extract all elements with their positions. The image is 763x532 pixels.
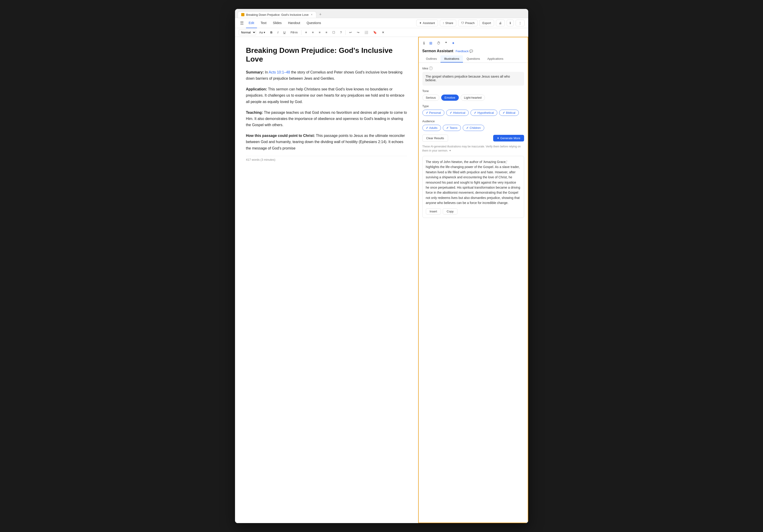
underline-btn[interactable]: U — [281, 30, 287, 35]
type-biblical[interactable]: ✓ Biblical — [499, 110, 519, 116]
assistant-title: Sermon Assistant — [422, 49, 453, 53]
clear-results-btn[interactable]: Clear Results — [422, 134, 448, 142]
tone-row: Serious Emotive Light-hearted — [422, 95, 524, 101]
tone-emotive[interactable]: Emotive — [441, 95, 459, 101]
share-icon: ↑ — [443, 21, 444, 25]
nav-text[interactable]: Text — [258, 18, 270, 28]
panel-grid-btn[interactable]: ⊞ — [428, 40, 433, 46]
table-btn[interactable]: ☐ — [331, 30, 337, 35]
ordered-list-btn[interactable]: ≡ — [310, 30, 316, 35]
doc-section-teaching: Teaching: The passage teaches us that Go… — [246, 109, 407, 128]
crop-btn[interactable]: ⬜ — [363, 30, 370, 35]
type-personal[interactable]: ✓ Personal — [422, 110, 444, 116]
clear-format-btn[interactable]: ✕ — [380, 30, 386, 35]
tone-serious[interactable]: Serious — [422, 95, 439, 101]
check-historical: ✓ — [450, 111, 452, 115]
tone-label: Tone — [422, 89, 524, 93]
new-tab-btn[interactable]: + — [317, 11, 323, 18]
document-area[interactable]: Breaking Down Prejudice: God's Inclusive… — [235, 37, 418, 523]
panel-quote-btn[interactable]: ❝ — [444, 40, 448, 46]
browser-chrome: Breaking Down Prejudice: God's Inclusive… — [235, 9, 528, 18]
panel-sparkle-btn[interactable]: ✦ — [451, 40, 456, 46]
info-icon: ℹ — [510, 21, 511, 25]
more-btn[interactable]: ⋮ — [516, 20, 524, 26]
indent-increase-btn[interactable]: ≡ — [324, 30, 329, 35]
feedback-label: Feedback — [456, 49, 469, 53]
italic-btn[interactable]: I — [275, 30, 280, 35]
generate-more-btn[interactable]: ✦ Generate More — [493, 135, 524, 141]
preach-icon: 🛡 — [461, 21, 464, 25]
type-historical[interactable]: ✓ Historical — [446, 110, 469, 116]
format-sep-2 — [345, 30, 346, 35]
nav-slides[interactable]: Slides — [270, 18, 284, 28]
disclaimer-text: These AI-generated illustrations may be … — [422, 145, 521, 152]
help-btn[interactable]: ? — [338, 30, 344, 35]
nav-edit[interactable]: Edit — [246, 18, 257, 28]
doc-section-christ: How this passage could point to Christ: … — [246, 133, 407, 151]
ai-disclaimer: These AI-generated illustrations may be … — [422, 144, 524, 153]
audience-children[interactable]: ✓ Children — [463, 125, 484, 131]
doc-section-summary: Summary: In Acts 10:1–48 the story of Co… — [246, 69, 407, 81]
result-actions: Insert Copy — [426, 208, 521, 215]
format-toolbar: Normal Aa ▾ B I U Fill-in ≡ ≡ ≡ ≡ ☐ ? ↩ … — [235, 28, 528, 37]
audience-teens[interactable]: ✓ Teens — [443, 125, 461, 131]
idea-box[interactable]: The gospel shatters prejudice because Je… — [422, 72, 524, 86]
panel-info-btn[interactable]: ℹ — [422, 40, 426, 46]
check-teens: ✓ — [446, 126, 449, 130]
share-btn[interactable]: ↑ Share — [440, 20, 456, 26]
tab-illustrations[interactable]: Illustrations — [440, 55, 463, 62]
tab-close-btn[interactable]: × — [310, 13, 313, 16]
app-toolbar: ☰ Edit Text Slides Handout Questions ✦ A… — [235, 18, 528, 28]
actions-row: Clear Results ✦ Generate More — [422, 134, 524, 142]
undo-btn[interactable]: ↩ — [348, 30, 354, 35]
tabs-row: Breaking Down Prejudice: God's Inclusive… — [238, 11, 525, 18]
check-adults: ✓ — [426, 126, 428, 130]
preach-btn[interactable]: 🛡 Preach — [458, 20, 478, 26]
idea-help-icon[interactable]: ? — [429, 66, 433, 70]
audience-label: Audience — [422, 120, 524, 123]
assistant-panel-header: ℹ ⊞ ⏱ ❝ ✦ Sermon Assistant Feedback 💬 Ou… — [419, 37, 528, 63]
indent-decrease-btn[interactable]: ≡ — [317, 30, 323, 35]
tab-applications[interactable]: Applications — [484, 55, 507, 62]
idea-text: The gospel shatters prejudice because Je… — [426, 75, 510, 82]
preach-label: Preach — [465, 21, 475, 25]
export-btn[interactable]: Export — [480, 20, 494, 26]
assistant-icon: ✦ — [419, 21, 422, 25]
feedback-icon: 💬 — [469, 49, 473, 53]
tab-questions[interactable]: Questions — [463, 55, 484, 62]
word-count: 417 words (3 minutes) — [246, 158, 275, 161]
browser-tab[interactable]: Breaking Down Prejudice: God's Inclusive… — [238, 11, 317, 18]
result-text: The story of John Newton, the author of … — [426, 159, 521, 206]
result-card: The story of John Newton, the author of … — [422, 156, 524, 218]
assistant-btn[interactable]: ✦ Assistant — [416, 20, 438, 26]
insert-btn[interactable]: Insert — [426, 208, 441, 215]
acts-link[interactable]: Acts 10:1–48 — [269, 70, 290, 74]
type-row: ✓ Personal ✓ Historical ✓ Hypothetical ✓… — [422, 110, 524, 116]
bold-btn[interactable]: B — [269, 30, 274, 35]
type-hypothetical[interactable]: ✓ Hypothetical — [471, 110, 497, 116]
browser-window: Breaking Down Prejudice: God's Inclusive… — [235, 9, 528, 523]
tone-light-hearted[interactable]: Light-hearted — [461, 95, 485, 101]
redo-btn[interactable]: ↪ — [355, 30, 361, 35]
copy-btn[interactable]: Copy — [443, 208, 457, 215]
assistant-title-row: Sermon Assistant Feedback 💬 — [422, 49, 524, 53]
panel-history-btn[interactable]: ⏱ — [436, 40, 441, 46]
nav-handout[interactable]: Handout — [285, 18, 303, 28]
style-select[interactable]: Normal — [239, 30, 256, 35]
feedback-link[interactable]: Feedback 💬 — [456, 49, 473, 53]
disclaimer-sparkle: ✦ — [449, 149, 451, 152]
document-title: Breaking Down Prejudice: God's Inclusive… — [246, 46, 407, 64]
menu-icon[interactable]: ☰ — [239, 19, 245, 27]
font-size-btn[interactable]: Aa ▾ — [258, 30, 267, 35]
info-btn[interactable]: ℹ — [507, 20, 514, 26]
tab-outlines[interactable]: Outlines — [422, 55, 441, 62]
type-label: Type — [422, 104, 524, 108]
bookmark-btn[interactable]: 🔖 — [371, 30, 379, 35]
bullet-list-btn[interactable]: ≡ — [303, 30, 309, 35]
fillin-btn[interactable]: Fill-in — [288, 30, 299, 35]
print-btn[interactable]: 🖨 — [496, 20, 505, 26]
check-personal: ✓ — [426, 111, 428, 115]
audience-adults[interactable]: ✓ Adults — [422, 125, 441, 131]
nav-questions[interactable]: Questions — [304, 18, 324, 28]
panel-tabs: Outlines Illustrations Questions Applica… — [422, 55, 524, 62]
